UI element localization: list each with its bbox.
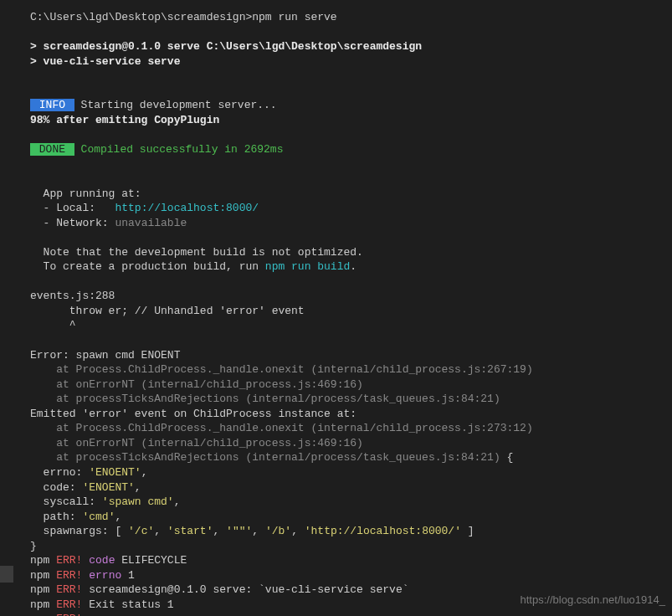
info-badge: INFO bbox=[30, 99, 74, 111]
prompt-command: npm run serve bbox=[252, 11, 336, 23]
path-label: path: bbox=[30, 511, 82, 523]
errno-key: errno bbox=[82, 569, 121, 582]
prompt-line: C:\Users\lgd\Desktop\screamdesign>npm ru… bbox=[30, 10, 672, 25]
arg5: 'http://localhost:8000/' bbox=[305, 525, 461, 537]
local-line: - Local: http://localhost:8000/ bbox=[30, 201, 672, 216]
arg2: 'start' bbox=[167, 525, 213, 537]
npm-err-errno: npm ERR! errno 1 bbox=[30, 568, 672, 583]
arg1: '/c' bbox=[128, 525, 154, 537]
blank-line bbox=[30, 69, 672, 84]
blank-line bbox=[30, 333, 672, 348]
note-post: . bbox=[350, 260, 357, 273]
local-label: - Local: bbox=[30, 202, 115, 214]
brace-close: } bbox=[30, 539, 672, 554]
serve-fail: screamdesign@0.1.0 serve: `vue-cli-servi… bbox=[82, 583, 408, 596]
note-pre: To create a production build, run bbox=[30, 260, 265, 273]
npm-script-line2: > vue-cli-service serve bbox=[30, 54, 672, 69]
events-file: events.js:288 bbox=[30, 289, 672, 304]
args-close: ] bbox=[461, 525, 475, 537]
syscall-line: syscall: 'spawn cmd', bbox=[30, 495, 672, 510]
prompt-path: C:\Users\lgd\Desktop\screamdesign> bbox=[30, 11, 252, 23]
app-running-header: App running at: bbox=[30, 187, 672, 202]
errno-val: 'ENOENT' bbox=[89, 466, 141, 479]
error-header: Error: spawn cmd ENOENT bbox=[30, 348, 672, 363]
network-value: unavailable bbox=[115, 217, 187, 229]
trace6-pre: at processTicksAndRejections (internal/p… bbox=[30, 451, 500, 464]
watermark: https://blog.csdn.net/luo1914_ bbox=[521, 593, 665, 608]
blank-line bbox=[30, 25, 672, 40]
errno-value: 1 bbox=[121, 569, 135, 582]
code-key: code bbox=[82, 554, 115, 567]
errno-label: errno: bbox=[30, 466, 89, 479]
blank-line bbox=[30, 172, 672, 187]
error-trace1: at Process.ChildProcess._handle.onexit (… bbox=[30, 362, 672, 377]
blank-line bbox=[30, 275, 672, 290]
code-val: 'ENOENT' bbox=[82, 481, 134, 494]
error-trace4: at Process.ChildProcess._handle.onexit (… bbox=[30, 421, 672, 436]
blank-line bbox=[30, 127, 672, 142]
info-text: Starting development server... bbox=[74, 99, 277, 111]
done-line: DONE Compiled successfully in 2692ms bbox=[30, 142, 672, 157]
done-badge: DONE bbox=[30, 143, 74, 156]
gutter-marker bbox=[0, 566, 13, 583]
blank-line bbox=[30, 157, 672, 172]
network-label: - Network: bbox=[30, 217, 115, 229]
note-cmd: npm run build bbox=[265, 260, 350, 273]
error-trace3: at processTicksAndRejections (internal/p… bbox=[30, 392, 672, 407]
spawnargs-line: spawnargs: [ '/c', 'start', '""', '/b', … bbox=[30, 524, 672, 539]
error-trace5: at onErrorNT (internal/child_process.js:… bbox=[30, 436, 672, 451]
arg3: '""' bbox=[226, 525, 252, 537]
npm-err-blank: npm ERR! bbox=[30, 612, 672, 616]
code-line: code: 'ENOENT', bbox=[30, 480, 672, 495]
note-line1: Note that the development build is not o… bbox=[30, 245, 672, 260]
error-trace6: at processTicksAndRejections (internal/p… bbox=[30, 450, 672, 465]
npm-script-line1: > screamdesign@0.1.0 serve C:\Users\lgd\… bbox=[30, 39, 672, 54]
info-line: INFO Starting development server... bbox=[30, 98, 672, 113]
local-url[interactable]: http://localhost:8000/ bbox=[115, 202, 259, 214]
arg4: '/b' bbox=[265, 525, 291, 537]
syscall-val: 'spawn cmd' bbox=[102, 495, 174, 508]
throw-line: throw er; // Unhandled 'error' event bbox=[30, 304, 672, 319]
code-label: code: bbox=[30, 481, 82, 494]
emitted-header: Emitted 'error' event on ChildProcess in… bbox=[30, 407, 672, 422]
caret-line: ^ bbox=[30, 318, 672, 333]
error-trace2: at onErrorNT (internal/child_process.js:… bbox=[30, 377, 672, 393]
progress-line: 98% after emitting CopyPlugin bbox=[30, 113, 672, 128]
network-line: - Network: unavailable bbox=[30, 216, 672, 231]
blank-line bbox=[30, 84, 672, 99]
exit-status: Exit status 1 bbox=[82, 598, 173, 611]
spawnargs-label: spawnargs: [ bbox=[30, 525, 128, 537]
trace6-post: { bbox=[500, 451, 514, 464]
npm-err-code: npm ERR! code ELIFECYCLE bbox=[30, 553, 672, 568]
note-line2: To create a production build, run npm ru… bbox=[30, 259, 672, 275]
blank-line bbox=[30, 230, 672, 245]
done-text: Compiled successfully in 2692ms bbox=[74, 143, 284, 156]
errno-line: errno: 'ENOENT', bbox=[30, 465, 672, 480]
path-val: 'cmd' bbox=[82, 511, 115, 523]
code-value: ELIFECYCLE bbox=[115, 554, 187, 567]
syscall-label: syscall: bbox=[30, 495, 102, 508]
err-label: ERR! bbox=[56, 554, 82, 567]
path-line: path: 'cmd', bbox=[30, 510, 672, 525]
